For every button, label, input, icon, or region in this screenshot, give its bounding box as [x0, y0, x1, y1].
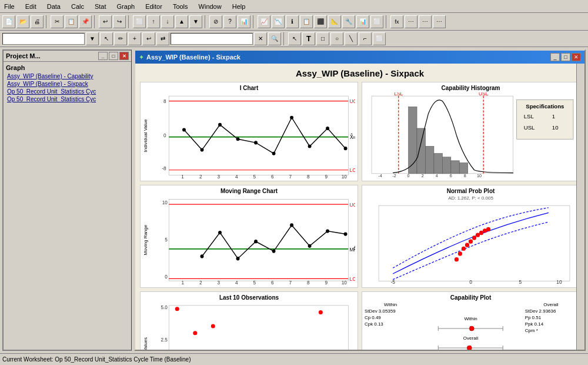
tb-cut[interactable]: ✂: [51, 15, 64, 28]
svg-point-93: [479, 231, 483, 235]
tb-b4[interactable]: ▲: [175, 15, 188, 28]
tb-b1[interactable]: ⬜: [133, 15, 146, 28]
scrollbar-vertical[interactable]: [576, 64, 584, 350]
worksheet-input[interactable]: [2, 33, 85, 45]
cap-plot-box: Capability Plot Within StDev 3.05359: [362, 291, 580, 350]
tb-search[interactable]: 🔍: [268, 32, 281, 45]
tb-b19[interactable]: ⋯: [433, 15, 446, 28]
project-item-3[interactable]: Op 50_Record Unit_Statistics Cyc: [6, 95, 129, 103]
tb-b6[interactable]: 📊: [238, 15, 250, 28]
panel-close-btn[interactable]: ✕: [119, 52, 129, 60]
menu-editor[interactable]: Editor: [143, 2, 164, 11]
tb-b13[interactable]: 🔧: [342, 15, 355, 28]
tb-b18[interactable]: ⋯: [419, 15, 432, 28]
tb-text[interactable]: T: [302, 32, 315, 45]
svg-text:8: 8: [307, 280, 310, 284]
project-item-2[interactable]: Op 50_Record Unit_Statistics Cyc: [6, 88, 129, 95]
svg-text:-8: -8: [162, 165, 166, 171]
moving-range-svg: UCL=11.25 MR̄=3.44 LCL=0 10 5 0 1 2 3: [148, 195, 355, 284]
tb-stop[interactable]: ⊘: [209, 15, 222, 28]
tb-dropdown[interactable]: ▼: [86, 32, 99, 45]
svg-point-104: [175, 307, 179, 311]
cap-cp-val: 0.49: [372, 315, 381, 320]
menu-stat[interactable]: Stat: [93, 2, 108, 11]
normal-prob-box: Normal Prob Plot AD: 1.262, P: < 0.005: [362, 185, 580, 287]
tb-poly[interactable]: ⌐: [359, 32, 372, 45]
menu-window[interactable]: Window: [197, 2, 223, 11]
menu-help[interactable]: Help: [230, 2, 248, 11]
svg-point-128: [467, 346, 472, 350]
project-panel-content: Graph Assy_WIP (Baseline) - Capability A…: [4, 62, 131, 105]
menu-data[interactable]: Data: [45, 2, 62, 11]
tb-cursor[interactable]: ↖: [100, 32, 113, 45]
svg-point-112: [319, 310, 323, 314]
tb-b15[interactable]: ⬜: [370, 15, 383, 28]
svg-text:LSL: LSL: [524, 113, 534, 120]
svg-text:USL: USL: [479, 92, 489, 97]
tb-rect[interactable]: □: [316, 32, 329, 45]
tb-b8[interactable]: 📉: [272, 15, 285, 28]
tb-b12[interactable]: 📐: [328, 15, 341, 28]
svg-rect-85: [379, 205, 570, 281]
svg-rect-39: [442, 157, 450, 174]
cap-cpk-val: 0.13: [374, 321, 383, 327]
menu-bar: File Edit Data Calc Stat Graph Editor To…: [0, 0, 588, 13]
ichart-svg: UCL=11.36 X̄=2.2 LCL=-6.96 1 2 3 4 5 6: [148, 92, 355, 178]
svg-text:1: 1: [181, 280, 184, 284]
formula-input[interactable]: [171, 33, 253, 45]
menu-graph[interactable]: Graph: [115, 2, 137, 11]
project-item-1[interactable]: Assy_WIP (Baseline) - Sixpack: [6, 80, 129, 88]
tb-paste[interactable]: 📌: [79, 15, 92, 28]
tb-b11[interactable]: ⬛: [314, 15, 327, 28]
svg-rect-38: [434, 154, 442, 174]
svg-point-92: [476, 233, 480, 237]
cap-cpk-label: Cpk: [365, 321, 373, 327]
svg-text:5: 5: [165, 237, 168, 243]
svg-text:0: 0: [407, 173, 410, 178]
tb-new[interactable]: 📄: [2, 15, 15, 28]
tb-b9[interactable]: ℹ: [286, 15, 299, 28]
graph-max-btn[interactable]: □: [561, 53, 570, 61]
svg-text:2.5: 2.5: [161, 337, 168, 343]
tb-ex[interactable]: ✕: [254, 32, 267, 45]
tb-b16[interactable]: fx: [390, 15, 403, 28]
graph-min-btn[interactable]: _: [550, 53, 560, 61]
tb-b10[interactable]: 📋: [300, 15, 313, 28]
tb-redo[interactable]: ↪: [113, 15, 126, 28]
tb-open[interactable]: 📂: [16, 15, 29, 28]
tb-copy[interactable]: 📋: [65, 15, 78, 28]
tb-print[interactable]: 🖨: [31, 15, 44, 28]
tb-undo[interactable]: ↩: [99, 15, 112, 28]
tb-b5[interactable]: ▼: [189, 15, 202, 28]
tb-sep4: [205, 15, 207, 28]
tb-arrow[interactable]: ↩: [142, 32, 155, 45]
menu-edit[interactable]: Edit: [24, 2, 38, 11]
menu-tools[interactable]: Tools: [171, 2, 190, 11]
tb-ptr[interactable]: ↖: [288, 32, 301, 45]
ichart-title: I Chart: [143, 85, 355, 91]
project-section-graph: Graph: [6, 64, 129, 71]
normal-prob-svg: -5 0 5 10: [365, 202, 577, 284]
panel-min-btn[interactable]: _: [98, 52, 108, 60]
tb-b14[interactable]: 📊: [356, 15, 369, 28]
tb-pencil[interactable]: ✏: [114, 32, 127, 45]
project-item-0[interactable]: Assy_WIP (Baseline) - Capability: [6, 72, 129, 80]
tb-sep7: [283, 32, 286, 45]
tb-help[interactable]: ?: [223, 15, 236, 28]
tb-frame[interactable]: ⬜: [373, 32, 386, 45]
panel-max-btn[interactable]: □: [109, 52, 118, 60]
tb-sync[interactable]: ⇄: [156, 32, 169, 45]
menu-file[interactable]: File: [2, 2, 16, 11]
tb-circle[interactable]: ○: [330, 32, 343, 45]
tb-b7[interactable]: 📈: [258, 15, 270, 28]
graph-close-btn[interactable]: ✕: [572, 53, 581, 61]
tb-b2[interactable]: ↑: [147, 15, 160, 28]
tb-plus[interactable]: +: [128, 32, 141, 45]
svg-text:5: 5: [519, 279, 522, 284]
tb-line[interactable]: ╲: [345, 32, 358, 45]
svg-text:3: 3: [217, 280, 220, 284]
tb-b3[interactable]: ↓: [161, 15, 174, 28]
tb-b17[interactable]: ⋯: [405, 15, 417, 28]
svg-text:10: 10: [556, 279, 562, 284]
menu-calc[interactable]: Calc: [69, 2, 86, 11]
